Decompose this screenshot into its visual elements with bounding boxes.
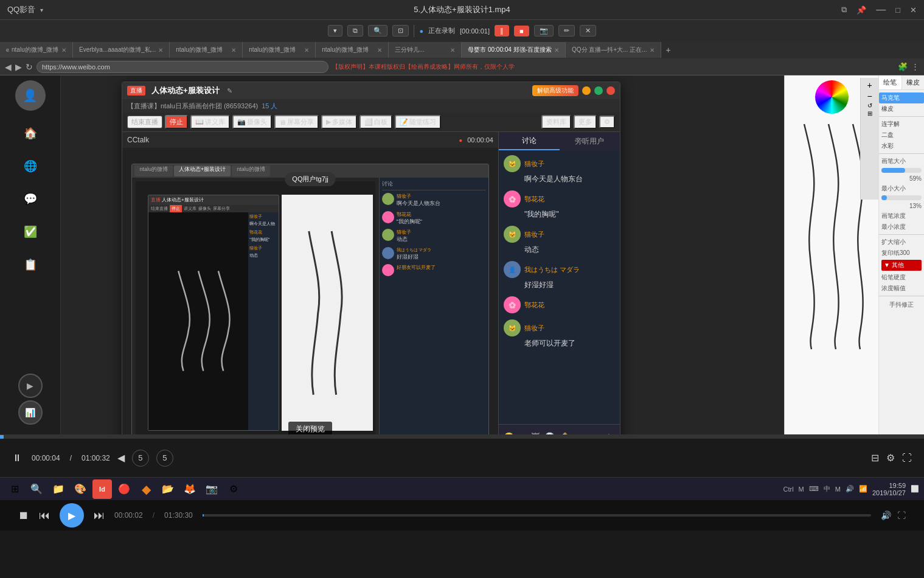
forward-btn[interactable]: ▶ [15, 62, 22, 72]
url-input[interactable] [36, 61, 328, 73]
skip-back-5-btn[interactable]: 5 [132, 450, 149, 467]
win-close-btn[interactable] [606, 86, 615, 95]
color-wheel[interactable] [815, 80, 849, 114]
expand-toggle[interactable]: ▼ 其他 [881, 260, 922, 271]
pen-btn[interactable]: ✏ [558, 25, 575, 37]
player-progress-bar[interactable] [203, 514, 871, 517]
nested-tab-1[interactable]: ntalu的微博 [134, 165, 173, 176]
win-minimize-btn[interactable] [582, 86, 591, 95]
pause-recording-btn[interactable]: ‖ [495, 25, 509, 37]
progress-bar[interactable] [0, 435, 924, 439]
search-taskbar-btn[interactable]: 🔍 [27, 479, 46, 499]
lang-icon[interactable]: 中 [824, 484, 830, 493]
indesign-btn[interactable]: Id [92, 479, 112, 499]
browser-tab-5[interactable]: 三分钟儿... ✕ [389, 42, 462, 58]
unlock-btn[interactable]: 解锁高级功能 [532, 85, 578, 96]
emoji-btn[interactable]: 😊 [504, 432, 514, 435]
media-btn[interactable]: ▶ 多媒体 [321, 115, 357, 129]
settings-live-btn[interactable]: ⚙ [599, 116, 615, 128]
close-toolbar-btn[interactable]: ✕ [580, 25, 596, 37]
player-play-btn[interactable]: ▶ [60, 503, 84, 528]
minimize-btn[interactable]: — [876, 4, 886, 15]
link-tool[interactable]: 连字解 [879, 119, 924, 130]
play-pause-btn[interactable]: ⏸ [12, 453, 22, 464]
tab-close-2[interactable]: ✕ [231, 47, 236, 54]
browser-tab-3[interactable]: ntalu的微博_微博 ✕ [243, 42, 316, 58]
skip-fwd-5-btn[interactable]: 5 [156, 450, 173, 467]
new-tab-btn[interactable]: + [661, 45, 676, 55]
settings-taskbar-btn[interactable]: ⚙ [224, 479, 243, 499]
zoom-in-icon[interactable]: + [867, 80, 872, 90]
nested-tab-2[interactable]: 人体动态+服装设计 [174, 165, 231, 176]
player-volume-btn[interactable]: 🔊 [881, 510, 891, 520]
app1-btn[interactable]: 🔴 [114, 479, 134, 499]
screen-share-btn[interactable]: 🖥 屏幕分享 [274, 115, 319, 129]
camera-btn[interactable]: 📷 摄像头 [232, 115, 272, 129]
tab-close-7[interactable]: ✕ [650, 47, 655, 54]
stats-icon[interactable]: 📊 [18, 400, 43, 425]
end-live-btn[interactable]: 结束直播 [127, 116, 162, 128]
toolbar-copy-btn[interactable]: ⧉ [347, 25, 363, 37]
fit-icon[interactable]: ⊞ [867, 110, 872, 117]
tab-close-1[interactable]: ✕ [158, 47, 163, 54]
network-icon[interactable]: 📶 [859, 485, 867, 493]
lecture-btn[interactable]: 📖 讲义库 [190, 115, 230, 129]
toolbar-crop-btn[interactable]: ⊡ [392, 25, 409, 37]
settings-icon[interactable]: ⋮ [911, 62, 919, 71]
maximize-btn[interactable]: □ [895, 5, 900, 15]
keyboard-icon[interactable]: ⌨ [809, 485, 819, 493]
chat-tab-users[interactable]: 旁听用户 [560, 132, 620, 150]
browser-tab-7[interactable]: QQ分 直播—抖+大... 正在... ✕ [566, 42, 661, 58]
volume-taskbar-icon[interactable]: 🔊 [846, 485, 854, 493]
browser-tab-2[interactable]: ntalu的微博_微博 ✕ [170, 42, 243, 58]
browser-tab-1[interactable]: Everblya...aaaat的微博_私... ✕ [73, 42, 170, 58]
ime-icon[interactable]: M [835, 486, 841, 493]
dropdown-icon[interactable]: ▾ [40, 7, 43, 13]
photo-btn[interactable]: 📷 [202, 479, 221, 499]
browser-tab-4[interactable]: ntalu的微博_微博 ✕ [316, 42, 389, 58]
tab-close-3[interactable]: ✕ [304, 47, 309, 54]
player-next-btn[interactable]: ⏭ [94, 509, 105, 522]
play-indicator[interactable]: ▶ [18, 374, 43, 398]
file-explorer-btn[interactable]: 📁 [49, 479, 68, 499]
watercolor-tool[interactable]: 水彩 [879, 141, 924, 151]
sidebar-item-docs[interactable]: 📋 [9, 249, 52, 280]
paint-btn[interactable]: 🎨 [71, 479, 90, 499]
extension-icon[interactable]: 🧩 [898, 62, 908, 71]
pin-btn[interactable]: 📌 [856, 5, 866, 15]
eraser-tool-btn[interactable]: 橡皮 [902, 75, 925, 89]
rewind-btn[interactable]: ◀ [117, 452, 125, 464]
toolbar-dropdown-btn[interactable]: ▾ [328, 25, 342, 37]
player-stop-btn[interactable]: ⏹ [18, 509, 29, 522]
zoom-out-icon[interactable]: − [867, 91, 872, 101]
browser-tab-6[interactable]: 母婴市 00:00:04 郑强-百度搜索 ✕ [462, 42, 566, 58]
restore-btn[interactable]: ⧉ [841, 5, 847, 15]
stop-btn[interactable]: 停止 [165, 115, 188, 129]
resource-btn[interactable]: 资料库 [541, 115, 571, 129]
marker-tool[interactable]: 马克笔 [879, 92, 924, 103]
win-maximize-btn[interactable] [594, 86, 603, 95]
more-btn[interactable]: 更多 [574, 115, 597, 129]
app-name[interactable]: QQ影音 [7, 4, 35, 15]
stop-recording-btn[interactable]: ■ [514, 26, 529, 37]
tab-close-0[interactable]: ✕ [61, 47, 66, 54]
sidebar-item-globe[interactable]: 🌐 [9, 151, 52, 181]
close-btn[interactable]: ✕ [910, 5, 917, 15]
second-tool[interactable]: 二盘 [879, 130, 924, 141]
bell-icon[interactable]: 🔔 [560, 432, 570, 435]
whiteboard-btn[interactable]: ⬜ 白板 [360, 115, 392, 129]
sidebar-item-tasks[interactable]: ✅ [9, 217, 52, 247]
firefox-btn[interactable]: 🦊 [180, 479, 200, 499]
screenshot-btn[interactable]: 📷 [534, 25, 554, 37]
send-btn[interactable]: ➤ [607, 431, 615, 434]
sidebar-item-home[interactable]: 🏠 [9, 118, 52, 148]
eraser-tool-item[interactable]: 橡皮 [879, 103, 924, 114]
edit-icon[interactable]: ✎ [227, 87, 232, 95]
player-prev-btn[interactable]: ⏮ [39, 509, 50, 522]
show-desktop-btn[interactable]: ⬜ [911, 485, 919, 493]
brush-size-slider[interactable] [881, 168, 922, 173]
sidebar-item-chat[interactable]: 💬 [9, 184, 52, 214]
settings-btn[interactable]: ⚙ [886, 452, 895, 464]
tab-close-6[interactable]: ✕ [554, 47, 559, 54]
rotate-icon[interactable]: ↺ [867, 102, 872, 109]
